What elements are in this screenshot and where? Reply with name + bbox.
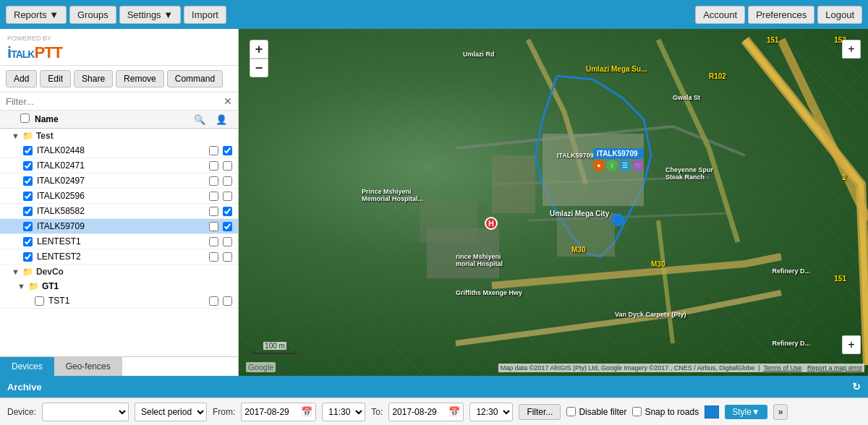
checkbox-left-ITALK02596[interactable] xyxy=(23,192,33,201)
checkbox-left-ITALK58582[interactable] xyxy=(23,207,33,216)
map-area[interactable]: Umlazi Rd Umlazi Mega Su... Gwala St ITA… xyxy=(239,29,868,376)
checkbox-left-TST1[interactable] xyxy=(35,296,44,306)
reports-button[interactable]: Reports ▼ xyxy=(6,6,67,24)
top-nav-left: Reports ▼ Groups Settings ▼ Import xyxy=(6,6,226,24)
command-button[interactable]: Command xyxy=(167,70,223,87)
map-br-button[interactable]: + xyxy=(842,335,861,354)
groups-button[interactable]: Groups xyxy=(69,6,116,24)
snap-to-roads-checkbox[interactable] xyxy=(632,407,642,416)
checkbox-mid-ITALK02497[interactable] xyxy=(209,176,218,186)
disable-filter-checkbox[interactable] xyxy=(566,407,576,416)
map-label-van-dyck: Van Dyck Carpets (Pty) xyxy=(615,311,686,318)
header-checkbox-1[interactable] xyxy=(20,113,30,123)
map-expand-button[interactable]: + xyxy=(842,40,861,59)
map-label-r102: R102 xyxy=(709,72,726,80)
group-test[interactable]: ▼ 📁 Test xyxy=(0,129,238,143)
checkbox-mid-LENTEST1[interactable] xyxy=(209,237,218,246)
checkbox-right-ITALK02596[interactable] xyxy=(223,192,232,201)
device-list: ▼ 📁 Test ITALK02448 ITALK02471 xyxy=(0,129,238,356)
checkbox-right-LENTEST2[interactable] xyxy=(223,252,232,262)
terms-link[interactable]: Terms of Use xyxy=(763,364,801,372)
add-button[interactable]: Add xyxy=(6,70,37,87)
attribution-text: Map data ©2017 AfriGIS (Pty) Ltd, Google… xyxy=(501,364,754,372)
device-row-LENTEST2[interactable]: LENTEST2 xyxy=(0,249,238,265)
account-button[interactable]: Account xyxy=(695,6,745,24)
snap-to-roads-label: Snap to roads xyxy=(632,407,699,417)
to-calendar-icon[interactable]: 📅 xyxy=(448,406,460,417)
from-date-field[interactable] xyxy=(244,407,299,417)
share-button[interactable]: Share xyxy=(74,70,113,87)
to-date-field[interactable] xyxy=(392,407,446,417)
device-label: Device: xyxy=(7,407,36,417)
preferences-button[interactable]: Preferences xyxy=(748,6,814,24)
style-button[interactable]: Style▼ xyxy=(725,405,767,419)
zoom-out-button[interactable]: − xyxy=(250,59,268,77)
add-person-icon[interactable]: 👤 xyxy=(210,114,232,125)
from-calendar-icon[interactable]: 📅 xyxy=(301,406,312,417)
to-label: To: xyxy=(371,407,383,417)
import-button[interactable]: Import xyxy=(184,6,226,24)
settings-button[interactable]: Settings ▼ xyxy=(119,6,181,24)
device-row-ITALK59709[interactable]: ITALK59709 xyxy=(0,219,238,234)
map-label-refinery: Refinery D... xyxy=(772,340,810,347)
tab-devices[interactable]: Devices xyxy=(0,357,54,376)
checkbox-mid-ITALK58582[interactable] xyxy=(209,207,218,216)
checkbox-right-ITALK02471[interactable] xyxy=(223,161,232,171)
search-icon[interactable]: 🔍 xyxy=(189,114,210,125)
checkbox-mid-TST1[interactable] xyxy=(209,296,218,306)
top-navbar: Reports ▼ Groups Settings ▼ Import Accou… xyxy=(0,0,868,29)
group-devco[interactable]: ▼ 📁 DevCo xyxy=(0,265,238,279)
checkbox-mid-ITALK59709[interactable] xyxy=(209,222,218,231)
checkbox-left-LENTEST1[interactable] xyxy=(23,237,33,246)
zoom-in-button[interactable]: + xyxy=(250,40,268,59)
group-gt1[interactable]: ▼ 📁 GT1 xyxy=(0,279,238,293)
remove-button[interactable]: Remove xyxy=(116,70,164,87)
checkbox-mid-ITALK02596[interactable] xyxy=(209,192,218,201)
map-label-umlazi-mega: Umlazi Mega Su... xyxy=(586,65,647,73)
map-label-italk-marker: ITALK59709 xyxy=(557,152,594,159)
to-date-input: 📅 xyxy=(388,403,464,421)
checkbox-right-ITALK58582[interactable] xyxy=(223,207,232,216)
checkbox-left-ITALK02471[interactable] xyxy=(23,161,33,171)
map-background: Umlazi Rd Umlazi Mega Su... Gwala St ITA… xyxy=(239,29,868,376)
scale-label: 100 m xyxy=(263,342,286,350)
device-row-LENTEST1[interactable]: LENTEST1 xyxy=(0,234,238,249)
top-nav-right: Account Preferences Logout xyxy=(695,6,862,24)
to-time-select[interactable]: 12:30 xyxy=(469,403,513,421)
device-row-ITALK02596[interactable]: ITALK02596 xyxy=(0,189,238,204)
edit-button[interactable]: Edit xyxy=(40,70,71,87)
main-layout: POWERED BY iTALKPTT Add Edit Share Remov… xyxy=(0,29,868,425)
period-select[interactable]: Select period xyxy=(135,403,207,421)
checkbox-mid-ITALK02471[interactable] xyxy=(209,161,218,171)
scale-bar xyxy=(253,350,297,354)
checkbox-mid-ITALK02448[interactable] xyxy=(209,146,218,155)
route-color-swatch[interactable] xyxy=(705,405,719,418)
checkbox-right-ITALK02497[interactable] xyxy=(223,176,232,186)
checkbox-right-ITALK59709[interactable] xyxy=(223,222,232,231)
device-row-ITALK02471[interactable]: ITALK02471 xyxy=(0,158,238,173)
archive-expand-icon[interactable]: ↻ xyxy=(852,381,861,392)
expand-button[interactable]: » xyxy=(773,404,788,420)
filter-close-icon[interactable]: ✕ xyxy=(224,95,232,107)
device-row-TST1[interactable]: TST1 xyxy=(0,293,238,309)
device-row-ITALK02497[interactable]: ITALK02497 xyxy=(0,173,238,189)
device-name-ITALK59709: ITALK59709 xyxy=(37,221,209,231)
filter-button[interactable]: Filter... xyxy=(519,404,561,420)
checkbox-right-LENTEST1[interactable] xyxy=(223,237,232,246)
filter-input[interactable] xyxy=(6,96,221,107)
checkbox-right-TST1[interactable] xyxy=(223,296,232,306)
checkbox-right-ITALK02448[interactable] xyxy=(223,146,232,155)
device-row-ITALK02448[interactable]: ITALK02448 xyxy=(0,143,238,158)
checkbox-left-ITALK02448[interactable] xyxy=(23,146,33,155)
archive-controls: Device: Select period From: 📅 11:30 To: … xyxy=(0,398,868,425)
device-row-ITALK58582[interactable]: ITALK58582 xyxy=(0,204,238,219)
device-select[interactable] xyxy=(42,403,129,421)
from-time-select[interactable]: 11:30 xyxy=(322,403,365,421)
logout-button[interactable]: Logout xyxy=(817,6,862,24)
checkbox-mid-LENTEST2[interactable] xyxy=(209,252,218,262)
tab-geofences[interactable]: Geo-fences xyxy=(54,357,122,376)
checkbox-left-ITALK02497[interactable] xyxy=(23,176,33,186)
checkbox-left-ITALK59709[interactable] xyxy=(23,222,33,231)
report-error-link[interactable]: Report a map error xyxy=(807,364,862,372)
checkbox-left-LENTEST2[interactable] xyxy=(23,252,33,262)
